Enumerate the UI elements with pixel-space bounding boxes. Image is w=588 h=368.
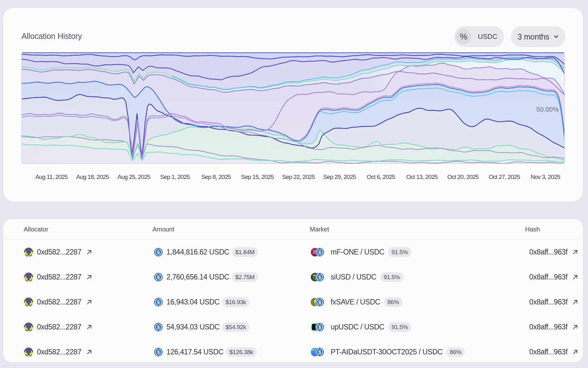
svg-text:$: $: [318, 324, 321, 330]
svg-text:$: $: [157, 299, 160, 305]
svg-text:$: $: [157, 249, 160, 255]
svg-text:$: $: [318, 249, 321, 255]
svg-text:$: $: [318, 274, 321, 280]
svg-text:$: $: [157, 274, 160, 280]
svg-text:$: $: [157, 349, 160, 355]
svg-text:$: $: [157, 324, 160, 330]
svg-text:$: $: [318, 299, 321, 305]
svg-text:$: $: [318, 349, 321, 355]
